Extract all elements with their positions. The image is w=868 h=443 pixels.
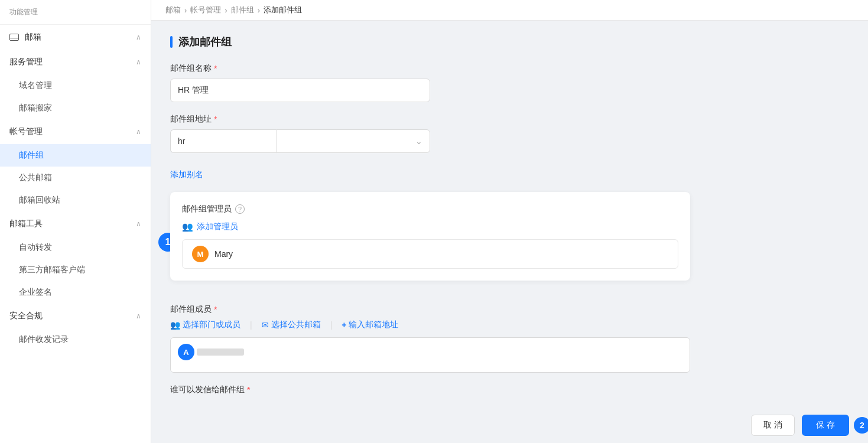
action-sep-1: |	[250, 320, 252, 330]
action-sep-2: |	[330, 320, 333, 330]
sidebar-item-auto-forward[interactable]: 自动转发	[0, 236, 151, 259]
members-actions: 👥 选择部门或成员 | ✉ 选择公共邮箱 | + 输入邮箱地址	[170, 320, 690, 330]
main-content: 邮箱 › 帐号管理 › 邮件组 › 添加邮件组 添加邮件组 邮件组名称 *	[151, 0, 868, 443]
sidebar-item-recycle[interactable]: 邮箱回收站	[0, 189, 151, 211]
page-title-bar: 添加邮件组	[170, 35, 849, 49]
page-title: 添加邮件组	[178, 35, 232, 49]
breadcrumb-mail: 邮箱	[165, 5, 181, 15]
chevron-up-icon-service: ∧	[136, 58, 141, 66]
add-alias-field: 添加别名	[170, 165, 849, 180]
address-input[interactable]	[170, 129, 277, 153]
select-dept-btn[interactable]: 👥 选择部门或成员	[170, 320, 240, 330]
mail-small-icon: ✉	[262, 320, 269, 330]
breadcrumb-current: 添加邮件组	[264, 5, 302, 15]
page-title-accent	[170, 36, 173, 48]
chevron-up-icon-security: ∧	[136, 312, 141, 320]
members-section: 邮件组成员 * 👥 选择部门或成员 | ✉ 选择公共邮箱 | +	[170, 304, 690, 373]
sidebar-item-mail-group[interactable]: 邮件组	[0, 144, 151, 167]
breadcrumb-sep-2: ›	[225, 6, 227, 15]
admin-section-card: 邮件组管理员 ? 👥 添加管理员 M Mary	[170, 192, 690, 281]
mail-icon	[9, 34, 19, 41]
sidebar-group-account: 帐号管理 ∧ 邮件组 公共邮箱 邮箱回收站	[0, 119, 151, 211]
admin-avatar: M	[192, 246, 209, 262]
mail-group-label: 邮箱	[9, 32, 41, 43]
breadcrumb-account: 帐号管理	[190, 5, 221, 15]
bottom-bar: 取 消 保 存 2	[151, 408, 868, 443]
group-name-label: 邮件组名称 *	[170, 63, 849, 74]
required-star-send: *	[247, 385, 250, 395]
cancel-button[interactable]: 取 消	[751, 415, 795, 436]
sidebar-item-public-mailbox[interactable]: 公共邮箱	[0, 167, 151, 189]
admin-section-label: 邮件组管理员 ?	[182, 204, 678, 214]
sidebar-group-service-title[interactable]: 服务管理 ∧	[0, 50, 151, 74]
group-address-label: 邮件组地址 *	[170, 114, 849, 125]
help-icon[interactable]: ?	[235, 204, 245, 214]
group-name-input[interactable]	[170, 79, 430, 102]
sidebar: 功能管理 邮箱 ∧ 服务管理 ∧ 域名管理 邮箱搬家 帐号管理 ∧ 邮件组 公共…	[0, 0, 151, 443]
input-email-btn[interactable]: + 输入邮箱地址	[342, 320, 398, 330]
breadcrumb-sep-1: ›	[184, 6, 187, 15]
required-star-members: *	[214, 305, 217, 314]
add-alias-link[interactable]: 添加别名	[170, 170, 203, 180]
sidebar-group-tools-title[interactable]: 邮箱工具 ∧	[0, 211, 151, 236]
sidebar-group-mail: 邮箱 ∧	[0, 25, 151, 50]
sidebar-group-account-title[interactable]: 帐号管理 ∧	[0, 119, 151, 144]
form-field-group-name: 邮件组名称 *	[170, 63, 849, 102]
breadcrumb-sep-3: ›	[258, 6, 260, 15]
breadcrumb-mail-group: 邮件组	[231, 5, 254, 15]
address-select-dropdown[interactable]: ⌄	[277, 129, 430, 153]
sidebar-group-tools: 邮箱工具 ∧ 自动转发 第三方邮箱客户端 企业签名	[0, 211, 151, 304]
sidebar-item-domain[interactable]: 域名管理	[0, 74, 151, 97]
persons-icon: 👥	[182, 222, 193, 232]
sidebar-header: 功能管理	[0, 0, 151, 25]
sidebar-group-service: 服务管理 ∧ 域名管理 邮箱搬家	[0, 50, 151, 119]
members-input-area[interactable]: A	[170, 337, 690, 373]
admin-member-item: M Mary	[183, 240, 678, 268]
address-row: ⌄	[170, 129, 430, 153]
members-label: 邮件组成员 *	[170, 304, 690, 315]
admin-member-list: M Mary	[182, 239, 678, 269]
chevron-down-icon: ⌄	[415, 136, 422, 146]
sidebar-group-security-title[interactable]: 安全合规 ∧	[0, 304, 151, 328]
save-button-wrapper: 保 存 2	[802, 415, 849, 436]
sidebar-item-third-party[interactable]: 第三方邮箱客户端	[0, 259, 151, 281]
select-public-mailbox-btn[interactable]: ✉ 选择公共邮箱	[262, 320, 321, 330]
required-star-name: *	[214, 64, 217, 73]
chevron-up-icon: ∧	[136, 33, 141, 41]
sidebar-group-security: 安全合规 ∧ 邮件收发记录	[0, 304, 151, 351]
required-star-address: *	[214, 115, 217, 124]
chevron-up-icon-tools: ∧	[136, 220, 141, 228]
member-tag-item: A	[178, 344, 244, 360]
member-avatar: A	[178, 344, 194, 360]
form-field-group-address: 邮件组地址 * ⌄	[170, 114, 849, 153]
chevron-up-icon-account: ∧	[136, 128, 141, 136]
breadcrumb: 邮箱 › 帐号管理 › 邮件组 › 添加邮件组	[151, 0, 868, 21]
sidebar-item-mail-records[interactable]: 邮件收发记录	[0, 328, 151, 351]
save-button[interactable]: 保 存	[802, 415, 849, 436]
sidebar-item-migrate[interactable]: 邮箱搬家	[0, 97, 151, 119]
step-badge-2: 2	[854, 417, 868, 434]
allow-send-field: 谁可以发信给邮件组 *	[170, 385, 849, 395]
admin-section-wrapper: 1 邮件组管理员 ? 👥 添加管理员 M Mary	[170, 192, 690, 292]
plus-icon: +	[342, 320, 346, 330]
content-area: 添加邮件组 邮件组名称 * 邮件组地址 *	[151, 21, 868, 408]
form-section: 邮件组名称 * 邮件组地址 * ⌄	[170, 63, 849, 395]
admin-member-name: Mary	[214, 249, 233, 259]
add-admin-link[interactable]: 👥 添加管理员	[182, 222, 678, 232]
persons-icon-2: 👥	[170, 320, 180, 330]
sidebar-group-mail-title[interactable]: 邮箱 ∧	[0, 25, 151, 50]
member-tag-name	[197, 348, 244, 356]
sidebar-item-signature[interactable]: 企业签名	[0, 281, 151, 304]
